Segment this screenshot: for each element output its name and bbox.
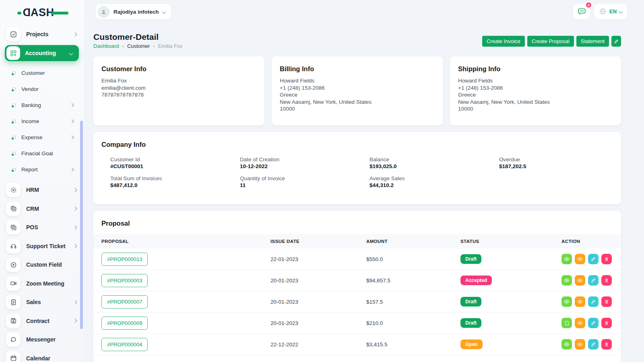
customer-info-card: Customer Info Emilia Fox emilia@client.c… [93, 56, 264, 125]
chevron-right-icon [73, 32, 77, 36]
chevron-right-icon [73, 188, 77, 192]
billing-country: Greece [280, 91, 435, 99]
sidebar-item-customer[interactable]: Customer [0, 65, 84, 81]
view-button[interactable] [561, 254, 572, 264]
squares-plus-icon [6, 202, 21, 216]
create-proposal-button[interactable]: Create Proposal [527, 36, 574, 47]
edit-button[interactable] [588, 275, 599, 286]
proposal-card: Proposal PROPOSAL ISSUE DATE AMOUNT STAT… [93, 211, 621, 362]
proposal-id-link[interactable]: #PROP000007 [101, 295, 148, 309]
status-badge: Draft [460, 297, 481, 306]
language-code: EN [609, 8, 617, 14]
chevron-right-icon [70, 119, 74, 123]
sidebar-item-expense[interactable]: Expense [0, 129, 84, 145]
chevron-down-icon [619, 10, 623, 14]
sidebar-item-vendor[interactable]: Vendor [0, 81, 84, 97]
chat-icon [6, 332, 21, 347]
field-balance: Balance $193,025.0 [369, 156, 499, 169]
sidebar-item-report[interactable]: Report [0, 161, 84, 177]
create-invoice-button[interactable]: Create Invoice [482, 36, 525, 47]
issue-date: 22-12-2022 [270, 341, 366, 348]
headset-icon [6, 239, 21, 253]
billing-zip: 10000 [280, 105, 435, 113]
proposal-id-link[interactable]: #PROP000004 [101, 338, 148, 351]
chevron-right-icon [73, 300, 77, 304]
preview-button[interactable] [575, 254, 585, 264]
statement-button[interactable]: Statement [576, 36, 609, 47]
view-button[interactable] [561, 275, 572, 286]
billing-address: New Aasamj, New York, United States [280, 99, 435, 106]
table-header: PROPOSAL ISSUE DATE AMOUNT STATUS ACTION [93, 234, 621, 249]
sidebar-item-support-ticket[interactable]: Support Ticket [0, 237, 84, 256]
table-row: #PROP000007 20-01-2023 $157.5 Draft [93, 291, 621, 313]
proposal-id-link[interactable]: #PROP000013 [101, 253, 148, 266]
preview-button[interactable] [575, 339, 585, 350]
checkbox-icon [6, 27, 21, 41]
sidebar-item-projects[interactable]: Projects [0, 26, 84, 43]
delete-button[interactable] [601, 296, 612, 307]
sidebar-item-calendar[interactable]: Calendar [0, 349, 84, 362]
sidebar-item-hrm[interactable]: HRM [0, 181, 84, 200]
calendar-icon [6, 351, 21, 362]
sidebar-item-sales[interactable]: Sales [0, 293, 84, 312]
edit-customer-button[interactable] [611, 36, 621, 47]
col-action: ACTION [561, 239, 613, 244]
sidebar-item-messenger[interactable]: Messenger [0, 330, 84, 349]
chevron-right-icon [73, 225, 77, 229]
chevron-right-icon [70, 135, 74, 139]
field-customer-id: Customer Id #CUST00001 [110, 156, 240, 169]
sidebar-item-income[interactable]: Income [0, 113, 84, 129]
video-icon [6, 276, 21, 291]
edit-button[interactable] [588, 296, 599, 307]
chevron-right-icon [73, 244, 77, 248]
sidebar-item-contract[interactable]: Contract [0, 312, 84, 331]
table-row: #PROP000004 22-12-2022 $3,415.5 Open [93, 334, 621, 355]
preview-button[interactable] [575, 296, 585, 307]
breadcrumb-dashboard[interactable]: Dashboard [93, 43, 119, 49]
proposal-id-link[interactable]: #PROP000009 [101, 317, 148, 330]
customer-name: Emilia Fox [101, 77, 256, 84]
shipping-country: Greece [458, 91, 613, 99]
notification-badge: 0 [585, 2, 592, 8]
company-info-grid: Customer Id #CUST00001 Date of Creation … [110, 156, 613, 188]
sidebar-scrollbar[interactable] [80, 121, 83, 329]
card-title: Proposal [93, 220, 621, 227]
sidebar-item-finacial-goal[interactable]: Finacial Goal [0, 145, 84, 161]
edit-button[interactable] [588, 339, 599, 350]
card-title: Company Info [101, 141, 613, 148]
messages-button[interactable]: 0 [573, 4, 590, 19]
view-button[interactable] [561, 339, 572, 350]
sidebar-item-pos[interactable]: POS [0, 218, 84, 237]
chevron-down-icon [162, 10, 166, 14]
delete-button[interactable] [601, 318, 612, 328]
sidebar-item-banking[interactable]: Banking [0, 97, 84, 113]
delete-button[interactable] [601, 254, 612, 264]
delete-button[interactable] [601, 275, 612, 286]
proposal-id-link[interactable]: #PROP000003 [101, 274, 148, 287]
edit-button[interactable] [588, 318, 599, 328]
preview-button[interactable] [575, 318, 585, 328]
language-selector[interactable]: EN [594, 4, 627, 19]
view-button[interactable] [561, 296, 572, 307]
breadcrumb-customer[interactable]: Customer [127, 43, 150, 49]
edit-button[interactable] [588, 254, 599, 264]
field-total-sum-invoices: Total Sum of Invoices $487,412.0 [110, 175, 240, 188]
amount: $210.0 [366, 320, 460, 326]
delete-button[interactable] [601, 339, 612, 350]
sidebar-item-custom-field[interactable]: Custom Field [0, 255, 84, 274]
breadcrumb-separator: › [122, 43, 124, 49]
chevron-down-icon [69, 51, 73, 55]
bullet-icon [12, 152, 16, 155]
preview-button[interactable] [575, 275, 585, 286]
workspace-selector[interactable]: Rajodiya infotech [96, 4, 171, 19]
sidebar-item-crm[interactable]: CRM [0, 200, 84, 218]
sidebar-item-zoom-meeting[interactable]: Zoom Meeting [0, 274, 84, 293]
app-window: DASH Projects Accounting [0, 0, 644, 362]
convert-button[interactable] [561, 318, 572, 328]
billing-phone: +1 (248) 153-2086 [280, 84, 435, 92]
sidebar-item-accounting[interactable]: Accounting [5, 45, 79, 61]
workspace-name: Rajodiya infotech [114, 9, 159, 15]
row-actions [561, 318, 613, 328]
card-title: Customer Info [101, 65, 256, 73]
brand-logo[interactable]: DASH [23, 6, 54, 19]
